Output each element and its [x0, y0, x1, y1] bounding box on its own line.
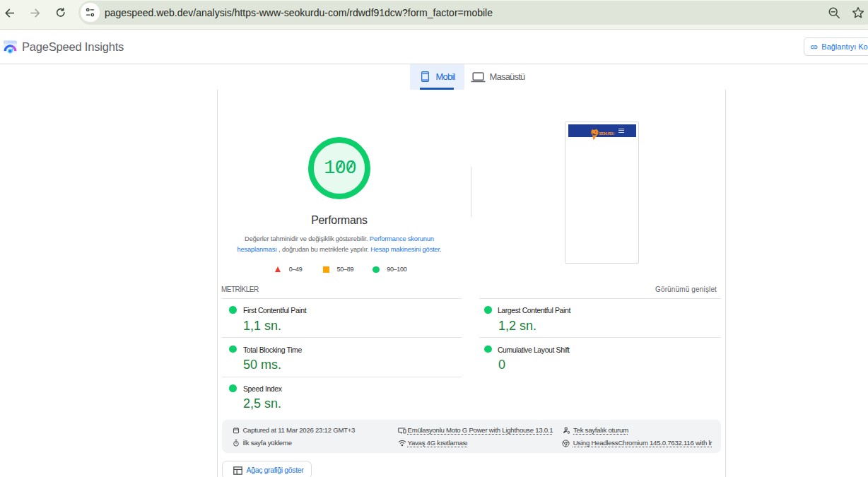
svg-text:SEOKURDU: SEOKURDU	[599, 131, 614, 136]
